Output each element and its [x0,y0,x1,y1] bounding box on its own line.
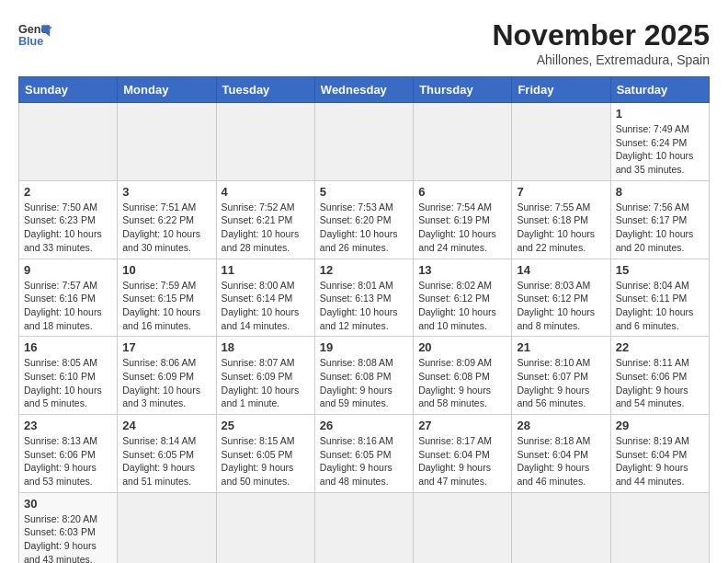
day-info: Sunrise: 8:07 AM Sunset: 6:09 PM Dayligh… [222,356,310,410]
day-number: 25 [222,419,310,432]
calendar-cell [118,103,216,181]
calendar-cell [414,103,512,181]
calendar-week-row: 9Sunrise: 7:57 AM Sunset: 6:16 PM Daylig… [19,259,710,337]
day-info: Sunrise: 7:49 AM Sunset: 6:24 PM Dayligh… [616,122,704,177]
day-info: Sunrise: 7:55 AM Sunset: 6:18 PM Dayligh… [517,201,605,255]
day-number: 17 [122,340,210,354]
day-number: 19 [320,340,408,354]
calendar-cell [314,103,413,181]
calendar-week-row: 30Sunrise: 8:20 AM Sunset: 6:03 PM Dayli… [19,492,710,563]
month-year-title: November 2025 [492,18,710,52]
calendar-cell: 28Sunrise: 8:18 AM Sunset: 6:04 PM Dayli… [512,415,610,493]
day-info: Sunrise: 7:52 AM Sunset: 6:21 PM Dayligh… [222,201,310,255]
calendar-cell: 26Sunrise: 8:16 AM Sunset: 6:05 PM Dayli… [314,415,413,493]
calendar-cell: 15Sunrise: 8:04 AM Sunset: 6:11 PM Dayli… [610,259,709,337]
day-info: Sunrise: 8:19 AM Sunset: 6:04 PM Dayligh… [616,434,704,488]
calendar-cell: 27Sunrise: 8:17 AM Sunset: 6:04 PM Dayli… [414,415,512,493]
calendar-cell: 10Sunrise: 7:59 AM Sunset: 6:15 PM Dayli… [118,259,216,337]
title-area: November 2025 Ahillones, Extremadura, Sp… [492,18,710,67]
day-info: Sunrise: 8:06 AM Sunset: 6:09 PM Dayligh… [122,356,210,410]
calendar-table: SundayMondayTuesdayWednesdayThursdayFrid… [18,76,710,563]
day-number: 23 [24,419,112,432]
day-number: 6 [418,185,506,199]
calendar-cell [414,492,512,563]
calendar-cell: 12Sunrise: 8:01 AM Sunset: 6:13 PM Dayli… [314,259,413,337]
calendar-cell: 22Sunrise: 8:11 AM Sunset: 6:06 PM Dayli… [610,337,709,415]
day-number: 27 [418,419,506,432]
weekday-header-friday: Friday [512,77,610,103]
location-subtitle: Ahillones, Extremadura, Spain [492,52,710,67]
calendar-week-row: 1Sunrise: 7:49 AM Sunset: 6:24 PM Daylig… [19,103,710,181]
calendar-cell: 6Sunrise: 7:54 AM Sunset: 6:19 PM Daylig… [414,180,512,259]
day-info: Sunrise: 8:13 AM Sunset: 6:06 PM Dayligh… [24,434,112,488]
day-info: Sunrise: 8:02 AM Sunset: 6:12 PM Dayligh… [418,279,506,333]
day-info: Sunrise: 8:05 AM Sunset: 6:10 PM Dayligh… [24,356,112,410]
day-number: 30 [24,497,112,511]
day-number: 12 [320,263,408,277]
day-number: 4 [222,185,310,199]
calendar-cell: 17Sunrise: 8:06 AM Sunset: 6:09 PM Dayli… [118,337,216,415]
calendar-cell [216,492,314,563]
calendar-cell [512,492,610,563]
day-number: 2 [24,185,112,199]
weekday-header-monday: Monday [118,77,216,103]
general-blue-logo-icon: General Blue [18,18,51,52]
calendar-cell: 14Sunrise: 8:03 AM Sunset: 6:12 PM Dayli… [512,259,610,337]
day-info: Sunrise: 8:16 AM Sunset: 6:05 PM Dayligh… [320,434,408,488]
day-number: 26 [320,419,408,432]
svg-text:Blue: Blue [18,35,43,48]
calendar-cell: 1Sunrise: 7:49 AM Sunset: 6:24 PM Daylig… [610,103,709,181]
day-info: Sunrise: 8:14 AM Sunset: 6:05 PM Dayligh… [122,434,210,488]
calendar-cell [118,492,216,563]
day-info: Sunrise: 8:09 AM Sunset: 6:08 PM Dayligh… [418,356,506,410]
day-info: Sunrise: 7:50 AM Sunset: 6:23 PM Dayligh… [24,201,112,255]
day-number: 10 [122,263,210,277]
day-number: 3 [122,185,210,199]
day-number: 13 [418,263,506,277]
calendar-cell [314,492,413,563]
calendar-week-row: 16Sunrise: 8:05 AM Sunset: 6:10 PM Dayli… [19,337,710,415]
weekday-header-row: SundayMondayTuesdayWednesdayThursdayFrid… [19,77,710,103]
day-number: 11 [222,263,310,277]
day-info: Sunrise: 8:18 AM Sunset: 6:04 PM Dayligh… [517,434,605,488]
day-number: 15 [616,263,704,277]
calendar-cell: 11Sunrise: 8:00 AM Sunset: 6:14 PM Dayli… [216,259,314,337]
day-number: 14 [517,263,605,277]
weekday-header-tuesday: Tuesday [216,77,314,103]
day-info: Sunrise: 7:54 AM Sunset: 6:19 PM Dayligh… [418,201,506,255]
day-number: 8 [616,185,704,199]
day-info: Sunrise: 8:08 AM Sunset: 6:08 PM Dayligh… [320,356,408,410]
day-info: Sunrise: 7:51 AM Sunset: 6:22 PM Dayligh… [122,201,210,255]
calendar-cell: 7Sunrise: 7:55 AM Sunset: 6:18 PM Daylig… [512,180,610,259]
day-info: Sunrise: 7:59 AM Sunset: 6:15 PM Dayligh… [122,279,210,333]
calendar-cell: 29Sunrise: 8:19 AM Sunset: 6:04 PM Dayli… [610,415,709,493]
weekday-header-thursday: Thursday [414,77,512,103]
day-info: Sunrise: 8:15 AM Sunset: 6:05 PM Dayligh… [222,434,310,488]
calendar-cell: 24Sunrise: 8:14 AM Sunset: 6:05 PM Dayli… [118,415,216,493]
calendar-cell: 13Sunrise: 8:02 AM Sunset: 6:12 PM Dayli… [414,259,512,337]
day-info: Sunrise: 8:01 AM Sunset: 6:13 PM Dayligh… [320,279,408,333]
day-info: Sunrise: 8:10 AM Sunset: 6:07 PM Dayligh… [517,356,605,410]
day-number: 21 [517,340,605,354]
day-number: 24 [122,419,210,432]
day-info: Sunrise: 8:17 AM Sunset: 6:04 PM Dayligh… [418,434,506,488]
day-number: 20 [418,340,506,354]
calendar-cell: 3Sunrise: 7:51 AM Sunset: 6:22 PM Daylig… [118,180,216,259]
day-info: Sunrise: 8:11 AM Sunset: 6:06 PM Dayligh… [616,356,704,410]
day-number: 18 [222,340,310,354]
day-info: Sunrise: 8:20 AM Sunset: 6:03 PM Dayligh… [24,512,112,563]
calendar-cell: 16Sunrise: 8:05 AM Sunset: 6:10 PM Dayli… [19,337,118,415]
calendar-cell: 23Sunrise: 8:13 AM Sunset: 6:06 PM Dayli… [19,415,118,493]
calendar-cell: 9Sunrise: 7:57 AM Sunset: 6:16 PM Daylig… [19,259,118,337]
calendar-cell: 2Sunrise: 7:50 AM Sunset: 6:23 PM Daylig… [19,180,118,259]
calendar-cell: 21Sunrise: 8:10 AM Sunset: 6:07 PM Dayli… [512,337,610,415]
weekday-header-saturday: Saturday [610,77,709,103]
day-number: 16 [24,340,112,354]
day-number: 29 [616,419,704,432]
calendar-week-row: 23Sunrise: 8:13 AM Sunset: 6:06 PM Dayli… [19,415,710,493]
weekday-header-sunday: Sunday [19,77,118,103]
day-info: Sunrise: 8:04 AM Sunset: 6:11 PM Dayligh… [616,279,704,333]
calendar-week-row: 2Sunrise: 7:50 AM Sunset: 6:23 PM Daylig… [19,180,710,259]
calendar-cell: 19Sunrise: 8:08 AM Sunset: 6:08 PM Dayli… [314,337,413,415]
calendar-cell: 8Sunrise: 7:56 AM Sunset: 6:17 PM Daylig… [610,180,709,259]
